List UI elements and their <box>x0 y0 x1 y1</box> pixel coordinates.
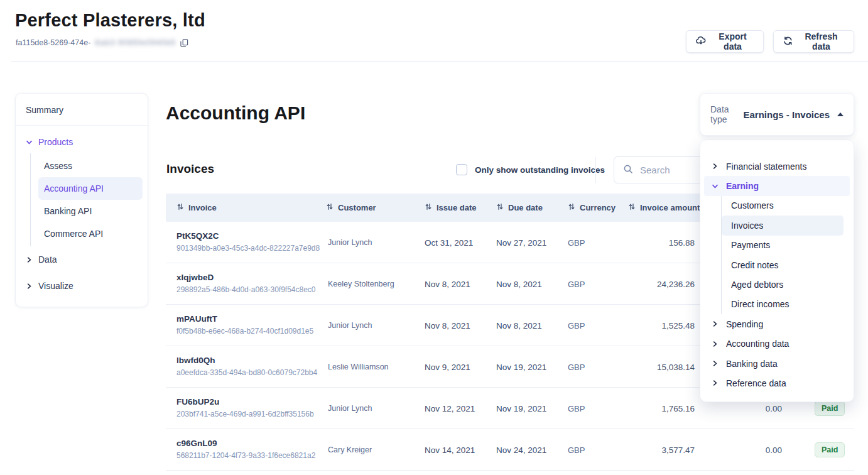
column-label: Invoice amount <box>640 203 700 212</box>
sort-icon[interactable] <box>496 203 504 212</box>
due-date-cell: Nov 8, 2021 <box>496 320 542 330</box>
data-type-label: Data type <box>710 104 737 124</box>
sidebar-item-banking-api[interactable]: Banking API <box>38 200 143 222</box>
issue-date-cell: Nov 8, 2021 <box>425 320 470 330</box>
issue-date-cell: Nov 12, 2021 <box>425 403 475 413</box>
tree-item-customers[interactable]: Customers <box>722 196 854 216</box>
column-header-customer[interactable]: Customer <box>326 194 376 222</box>
sidebar-item-summary[interactable]: Summary <box>16 94 148 126</box>
currency-cell: GBP <box>568 362 585 371</box>
column-label: Due date <box>508 203 543 212</box>
issue-date-cell: Nov 8, 2021 <box>425 279 470 288</box>
issue-date-cell: Nov 14, 2021 <box>425 445 475 454</box>
earning-children: Customers Invoices Payments Credit notes… <box>721 196 854 314</box>
due-date-cell: Nov 27, 2021 <box>496 237 546 247</box>
refresh-data-button[interactable]: Refresh data <box>773 30 854 53</box>
caret-up-icon <box>837 112 844 116</box>
tree-item-credit-notes[interactable]: Credit notes <box>722 255 854 275</box>
tree-item-direct-incomes[interactable]: Direct incomes <box>722 295 854 314</box>
chevron-right-icon <box>26 283 33 290</box>
chevron-down-icon <box>712 183 719 190</box>
sidebar-item-assess[interactable]: Assess <box>38 155 143 177</box>
data-type-selector[interactable]: Data type Earnings - Invoices <box>700 93 854 136</box>
invoice-id: PtK5QX2C <box>176 230 320 243</box>
invoice-id: c96GnL09 <box>176 437 315 450</box>
currency-cell: GBP <box>568 237 585 247</box>
sidebar-item-accounting-api[interactable]: Accounting API <box>38 177 143 200</box>
sidebar: Summary Products Assess Accounting API B… <box>15 93 148 307</box>
sort-icon[interactable] <box>425 203 432 212</box>
sidebar-group-products[interactable]: Products <box>16 126 148 153</box>
column-header-issue-date[interactable]: Issue date <box>425 194 477 222</box>
issue-date-cell: Oct 31, 2021 <box>425 237 473 247</box>
tree-item-spending[interactable]: Spending <box>700 314 854 334</box>
currency-cell: GBP <box>568 320 585 330</box>
chevron-down-icon <box>26 139 33 146</box>
tree-item-label: Accounting data <box>726 339 789 349</box>
header-divider <box>11 61 868 62</box>
invoice-uuid: 203bf741-a5ce-469d-a991-6d2bff35156b <box>176 409 314 421</box>
refresh-label: Refresh data <box>798 31 844 52</box>
status-badge: Paid <box>815 442 845 457</box>
chevron-right-icon <box>712 320 719 327</box>
invoice-cell: lbwfd0Qha0eefdca-335d-494a-bd80-0c6079c7… <box>176 354 317 379</box>
customer-cell: Cary Kreiger <box>328 445 372 454</box>
sort-icon[interactable] <box>568 203 575 212</box>
outstanding-checkbox[interactable] <box>456 164 467 175</box>
tree-item-earning[interactable]: Earning <box>704 176 850 195</box>
copy-icon[interactable] <box>180 39 188 47</box>
chevron-right-icon <box>712 163 719 170</box>
invoice-uuid: 298892a5-486b-4d0d-a063-30f9f54c8ec0 <box>176 285 316 297</box>
column-header-invoice[interactable]: Invoice <box>176 194 217 222</box>
sidebar-group-data-label: Data <box>38 254 57 265</box>
sidebar-group-visualize-label: Visualize <box>38 281 73 291</box>
outstanding-checkbox-label: Only show outstanding invoices <box>475 165 605 175</box>
invoice-cell: xIqjwbeD298892a5-486b-4d0d-a063-30f9f54c… <box>176 271 316 297</box>
sort-icon[interactable] <box>326 203 334 212</box>
export-icon <box>696 36 706 47</box>
column-header-due-date[interactable]: Due date <box>496 194 543 222</box>
sort-icon[interactable] <box>628 203 636 212</box>
tree-item-label: Banking data <box>726 359 778 369</box>
tree-item-reference-data[interactable]: Reference data <box>700 373 854 393</box>
outstanding-filter[interactable]: Only show outstanding invoices <box>456 164 605 175</box>
sidebar-group-visualize[interactable]: Visualize <box>16 273 148 299</box>
sort-icon[interactable] <box>176 203 184 212</box>
page-title: Perfect Plasterers, ltd <box>15 10 205 31</box>
tree-item-label: Reference data <box>726 378 786 388</box>
tree-item-accounting-data[interactable]: Accounting data <box>700 334 854 354</box>
chevron-right-icon <box>712 341 719 347</box>
invoice-amount-cell: 1,765.16 <box>661 403 695 413</box>
customer-cell: Junior Lynch <box>328 238 372 247</box>
invoice-cell: c96GnL09568211b7-1204-4f73-9a33-1f6ece68… <box>176 437 315 462</box>
column-header-invoice-amount[interactable]: Invoice amount <box>628 194 700 222</box>
amount-due-cell: 0.00 <box>766 403 782 413</box>
invoice-amount-cell: 15,038.14 <box>657 362 695 371</box>
sidebar-item-commerce-api[interactable]: Commerce API <box>38 222 143 245</box>
export-data-button[interactable]: Export data <box>686 30 764 53</box>
tree-item-payments[interactable]: Payments <box>722 236 854 255</box>
tree-item-aged-debtors[interactable]: Aged debtors <box>722 275 854 294</box>
status-badge: Paid <box>815 401 845 416</box>
column-header-currency[interactable]: Currency <box>568 194 616 222</box>
currency-cell: GBP <box>568 279 585 288</box>
sidebar-group-data[interactable]: Data <box>16 246 148 273</box>
tree-item-invoices[interactable]: Invoices <box>722 216 844 235</box>
refresh-icon <box>783 36 793 47</box>
company-id: fa115de8-5269-474e- 8ab3-9085fe0940b5 <box>16 38 188 47</box>
tree-item-financial-statements[interactable]: Financial statements <box>700 156 854 176</box>
data-type-dropdown-panel: Financial statements Earning Customers I… <box>700 139 854 402</box>
invoice-cell: PtK5QX2C901349bb-a0e3-45c3-a4dc-822227a7… <box>176 230 320 255</box>
due-date-cell: Nov 24, 2021 <box>496 445 546 454</box>
column-label: Customer <box>338 203 376 212</box>
page: Perfect Plasterers, ltd fa115de8-5269-47… <box>0 0 868 475</box>
tree-item-banking-data[interactable]: Banking data <box>700 354 854 373</box>
customer-cell: Junior Lynch <box>328 404 372 413</box>
customer-cell: Leslie Williamson <box>328 363 389 371</box>
tree-item-label: Earning <box>726 181 759 191</box>
company-id-redacted: 8ab3-9085fe0940b5 <box>95 38 176 47</box>
due-date-cell: Nov 19, 2021 <box>496 362 546 371</box>
table-row[interactable]: c96GnL09568211b7-1204-4f73-9a33-1f6ece68… <box>166 429 854 471</box>
invoice-uuid: a0eefdca-335d-494a-bd80-0c6079c72bb4 <box>176 368 317 379</box>
invoice-uuid: f0f5b48b-e6ec-468a-b274-40cf1d09d1e5 <box>176 326 313 338</box>
